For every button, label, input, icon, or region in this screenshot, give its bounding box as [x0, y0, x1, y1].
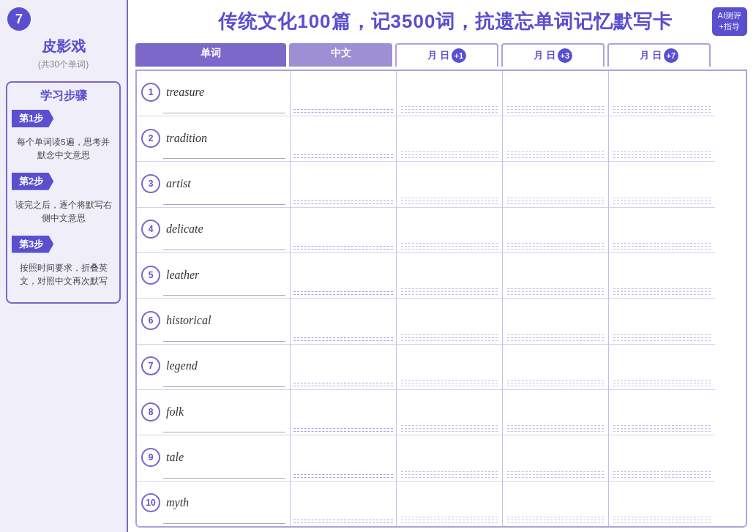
date1-entry-10[interactable] [397, 482, 502, 526]
d-line-2 [401, 201, 498, 201]
d-line-3 [613, 112, 711, 113]
d-line-3 [401, 203, 498, 204]
word-underline-10[interactable] [163, 523, 285, 524]
date2-entry-2[interactable] [503, 116, 608, 162]
date3-entry-5[interactable] [609, 253, 715, 299]
col-header-chinese: 中文 [289, 43, 392, 67]
date1-entry-6[interactable] [397, 299, 502, 344]
date2-entry-7[interactable] [503, 345, 608, 390]
word-underline-7[interactable] [163, 386, 285, 387]
word-underline-2[interactable] [163, 158, 285, 159]
d-line-2 [507, 109, 604, 110]
date2-entry-9[interactable] [503, 435, 608, 481]
row-number-8: 8 [141, 402, 160, 422]
date3-entry-3[interactable] [609, 162, 715, 207]
header: 传统文化100篇，记3500词，抗遗忘单词记忆默写卡 AI测评 +指导 [135, 7, 747, 36]
date2-entry-8[interactable] [503, 390, 608, 435]
ch-line-1 [293, 291, 393, 292]
date3-entry-8[interactable] [609, 390, 715, 435]
word-text-3: artist [163, 177, 285, 190]
d-line-1 [613, 243, 711, 244]
ch-line-1 [293, 383, 393, 383]
date1-entry-5[interactable] [397, 253, 502, 299]
date1-entry-1[interactable] [397, 71, 502, 116]
d-line-3 [613, 157, 711, 158]
d-line-3 [401, 340, 498, 341]
d-line-1 [613, 288, 711, 289]
d-line-3 [507, 386, 604, 386]
chinese-entry-4[interactable] [291, 208, 396, 253]
d-line-3 [507, 157, 604, 158]
col-header-word: 单词 [135, 43, 286, 67]
word-text-4: delicate [163, 222, 285, 236]
date1-entry-4[interactable] [397, 208, 502, 253]
word-text-2: tradition [163, 132, 285, 145]
date2-entry-5[interactable] [503, 253, 608, 299]
d-line-1 [507, 380, 604, 381]
word-underline-1[interactable] [163, 113, 285, 113]
date3-entry-2[interactable] [609, 116, 715, 162]
d-line-2 [507, 428, 604, 429]
word-underline-4[interactable] [163, 250, 285, 250]
chinese-entry-5[interactable] [291, 253, 396, 299]
date2-entry-10[interactable] [503, 482, 608, 526]
d-line-1 [613, 151, 711, 152]
d-line-3 [507, 249, 604, 250]
date2-entry-4[interactable] [503, 208, 608, 253]
d-line-2 [613, 520, 711, 520]
d-line-2 [401, 337, 498, 338]
d-line-2 [507, 291, 604, 292]
chinese-entry-6[interactable] [291, 299, 396, 344]
d-line-3 [401, 431, 498, 432]
date2-entry-1[interactable] [503, 71, 608, 116]
word-underline-3[interactable] [163, 204, 285, 205]
chinese-entry-1[interactable] [291, 71, 396, 116]
chinese-entry-3[interactable] [291, 162, 396, 207]
d-line-1 [401, 334, 498, 335]
row-number-9: 9 [141, 448, 160, 467]
date3-entry-6[interactable] [609, 299, 715, 344]
word-entry-10: 10 myth [137, 482, 290, 526]
date1-entry-2[interactable] [397, 116, 502, 162]
date1-entry-8[interactable] [397, 390, 502, 435]
d-line-1 [401, 106, 498, 107]
d-line-1 [507, 517, 604, 517]
page-title: 传统文化100篇，记3500词，抗遗忘单词记忆默写卡 [179, 9, 712, 34]
date2-entry-3[interactable] [503, 162, 608, 207]
chinese-entry-10[interactable] [291, 482, 396, 526]
word-underline-8[interactable] [163, 432, 285, 432]
date3-entry-7[interactable] [609, 345, 715, 390]
d-line-1 [613, 334, 711, 335]
d-line-3 [613, 249, 711, 250]
d-line-2 [401, 428, 498, 429]
date3-entry-10[interactable] [609, 482, 715, 526]
ch-line-1 [293, 154, 393, 155]
date3-entry-4[interactable] [609, 208, 715, 253]
chinese-entry-8[interactable] [291, 390, 396, 435]
d-line-2 [401, 246, 498, 247]
chinese-entry-9[interactable] [291, 435, 396, 481]
date3-entry-1[interactable] [609, 71, 715, 116]
date1-entry-9[interactable] [397, 435, 502, 481]
date2-entry-6[interactable] [503, 299, 608, 344]
step3-badge: 第3步 [12, 236, 53, 253]
d-line-2 [613, 201, 711, 201]
word-underline-5[interactable] [163, 295, 285, 296]
date1-entry-3[interactable] [397, 162, 502, 207]
col-header-date3: 月 日 +7 [607, 43, 711, 67]
step3-text: 按照时间要求，折叠英文，对照中文再次默写 [13, 261, 113, 288]
vocabulary-table: 1 treasure 2 tradition 3 artist 4 delica… [135, 70, 747, 528]
word-underline-6[interactable] [163, 341, 285, 342]
ch-line-2 [293, 249, 393, 250]
word-entry-3: 3 artist [137, 162, 290, 207]
d-line-3 [507, 203, 604, 204]
chinese-entry-2[interactable] [291, 116, 396, 162]
word-text-5: leather [163, 269, 285, 282]
word-underline-9[interactable] [163, 478, 285, 479]
date3-entry-9[interactable] [609, 435, 715, 481]
date1-entry-7[interactable] [397, 345, 502, 390]
date2-column [503, 71, 609, 526]
sidebar-number: 7 [7, 7, 31, 31]
chinese-entry-7[interactable] [291, 345, 396, 390]
step1-text: 每个单词读5遍，思考并默念中文意思 [13, 135, 113, 162]
